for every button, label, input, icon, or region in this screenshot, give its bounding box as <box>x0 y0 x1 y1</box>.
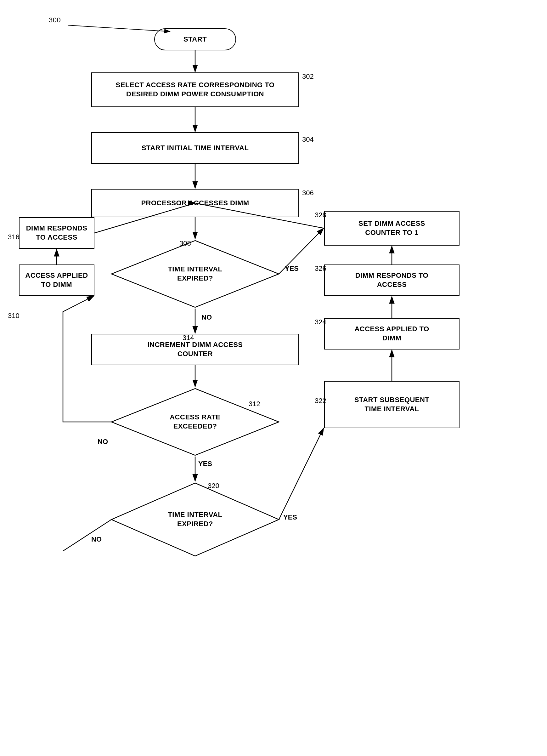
node-316: DIMM RESPONDS TO ACCESS <box>19 217 94 249</box>
node-306: PROCESSOR ACCESSES DIMM <box>91 189 299 217</box>
ref-312: 312 <box>249 400 260 408</box>
ref-308: 308 <box>180 239 191 247</box>
node-312: ACCESS RATE EXCEEDED? <box>110 387 280 457</box>
node-308: TIME INTERVAL EXPIRED? <box>110 239 280 309</box>
flowchart-diagram: 300 START SELECT ACCESS RATE CORRESPONDI… <box>0 0 547 756</box>
ref-316: 316 <box>8 233 20 241</box>
ref-300: 300 <box>49 16 61 25</box>
node-310: ACCESS APPLIED TO DIMM <box>19 264 94 296</box>
ref-328: 328 <box>315 211 326 219</box>
ref-320: 320 <box>208 482 220 490</box>
svg-line-4 <box>68 25 170 31</box>
label-yes-320: YES <box>283 513 297 521</box>
label-yes-312: YES <box>198 460 212 468</box>
ref-306: 306 <box>302 189 314 197</box>
start-node: START <box>154 28 236 50</box>
node-326: DIMM RESPONDS TO ACCESS <box>324 264 459 296</box>
label-no-312: NO <box>98 438 108 446</box>
ref-314: 314 <box>183 334 194 342</box>
ref-326: 326 <box>315 264 326 273</box>
node-320: TIME INTERVAL EXPIRED? <box>110 482 280 557</box>
node-314: INCREMENT DIMM ACCESS COUNTER <box>91 334 299 365</box>
ref-310: 310 <box>8 312 20 320</box>
ref-322: 322 <box>315 397 326 405</box>
node-328: SET DIMM ACCESS COUNTER TO 1 <box>324 211 459 246</box>
ref-302: 302 <box>302 72 314 81</box>
ref-324: 324 <box>315 318 326 326</box>
label-no-308: NO <box>202 313 212 321</box>
svg-line-13 <box>279 428 323 520</box>
node-324: ACCESS APPLIED TO DIMM <box>324 318 459 350</box>
arrows-svg <box>0 0 547 756</box>
node-302: SELECT ACCESS RATE CORRESPONDING TO DESI… <box>91 72 299 107</box>
label-yes-308: YES <box>285 264 299 273</box>
node-322: START SUBSEQUENT TIME INTERVAL <box>324 381 459 428</box>
node-304: START INITIAL TIME INTERVAL <box>91 132 299 164</box>
ref-304: 304 <box>302 135 314 144</box>
label-no-320: NO <box>91 535 102 543</box>
